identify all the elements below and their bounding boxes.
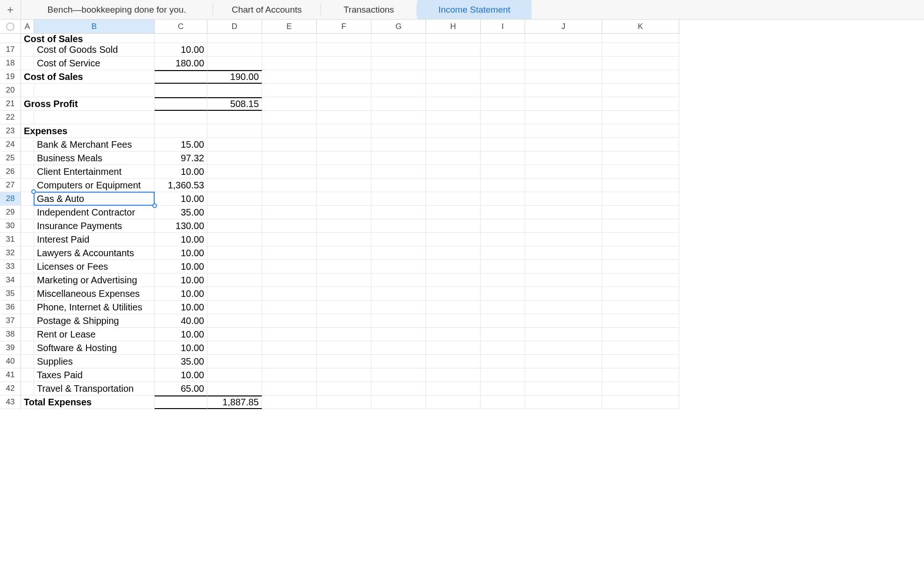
cell[interactable]: Independent Contractor — [34, 206, 155, 219]
cell[interactable] — [207, 124, 262, 138]
row-header[interactable]: 40 — [0, 355, 21, 368]
cell[interactable]: Business Meals — [34, 151, 155, 165]
sheet-tab[interactable]: Transactions — [321, 0, 417, 19]
cell[interactable] — [371, 314, 426, 328]
cell[interactable] — [21, 341, 34, 355]
cell[interactable] — [525, 97, 602, 111]
cell[interactable]: 10.00 — [155, 341, 207, 355]
cell[interactable] — [317, 246, 371, 260]
cell[interactable] — [207, 273, 262, 287]
row-header[interactable]: 38 — [0, 328, 21, 341]
cell[interactable] — [317, 57, 371, 70]
cell[interactable] — [481, 219, 525, 233]
cell[interactable] — [262, 192, 317, 206]
cell[interactable] — [262, 273, 317, 287]
cell[interactable] — [262, 260, 317, 273]
cell[interactable]: Phone, Internet & Utilities — [34, 301, 155, 314]
row-header[interactable]: 36 — [0, 301, 21, 314]
cell[interactable] — [426, 219, 481, 233]
cell[interactable] — [317, 355, 371, 368]
cell[interactable] — [21, 233, 34, 246]
cell[interactable] — [525, 341, 602, 355]
cell[interactable] — [371, 179, 426, 192]
select-all-corner[interactable] — [0, 20, 21, 34]
cell[interactable] — [525, 314, 602, 328]
cell[interactable] — [602, 328, 679, 341]
cell[interactable]: Cost of Goods Sold — [34, 43, 155, 57]
cell[interactable] — [21, 287, 34, 301]
cell[interactable] — [371, 301, 426, 314]
row-header[interactable]: 43 — [0, 396, 21, 409]
cell[interactable]: Total Expenses — [21, 396, 34, 409]
cell[interactable] — [207, 355, 262, 368]
cell[interactable] — [481, 328, 525, 341]
cell[interactable]: Marketing or Advertising — [34, 273, 155, 287]
cell[interactable] — [426, 57, 481, 70]
cell[interactable] — [207, 219, 262, 233]
cell[interactable] — [317, 396, 371, 409]
cell[interactable] — [262, 355, 317, 368]
cell[interactable] — [525, 151, 602, 165]
cell[interactable] — [317, 287, 371, 301]
cell[interactable] — [207, 165, 262, 179]
cell[interactable] — [426, 206, 481, 219]
cell[interactable]: 508.15 — [207, 97, 262, 111]
cell[interactable]: Cost of Sales — [21, 34, 34, 43]
cell[interactable] — [481, 165, 525, 179]
cell[interactable] — [262, 111, 317, 124]
cell[interactable] — [426, 138, 481, 151]
cell[interactable] — [525, 328, 602, 341]
cell[interactable] — [602, 206, 679, 219]
cell[interactable] — [21, 165, 34, 179]
cell[interactable] — [155, 34, 207, 43]
row-header[interactable]: 37 — [0, 314, 21, 328]
cell[interactable] — [207, 111, 262, 124]
cell[interactable]: Gross Profit — [21, 97, 34, 111]
cell[interactable] — [207, 192, 262, 206]
row-header[interactable]: 25 — [0, 151, 21, 165]
cell[interactable] — [21, 355, 34, 368]
cell[interactable] — [207, 151, 262, 165]
cell[interactable] — [371, 57, 426, 70]
cell[interactable]: Interest Paid — [34, 233, 155, 246]
cell[interactable] — [602, 246, 679, 260]
cell[interactable] — [602, 233, 679, 246]
cell[interactable] — [602, 341, 679, 355]
cell[interactable] — [262, 179, 317, 192]
cell[interactable] — [21, 368, 34, 382]
cell[interactable] — [371, 97, 426, 111]
cell[interactable] — [371, 124, 426, 138]
row-header[interactable]: 19 — [0, 70, 21, 84]
cell[interactable] — [525, 301, 602, 314]
cell[interactable] — [262, 246, 317, 260]
cell[interactable] — [525, 396, 602, 409]
cell[interactable] — [481, 179, 525, 192]
cell[interactable] — [525, 260, 602, 273]
cell[interactable] — [262, 301, 317, 314]
cell[interactable] — [317, 111, 371, 124]
cell[interactable] — [481, 260, 525, 273]
cell[interactable]: Gas & Auto — [34, 192, 155, 206]
cell[interactable] — [525, 368, 602, 382]
cell[interactable] — [155, 97, 207, 111]
cell[interactable] — [602, 368, 679, 382]
column-header[interactable]: C — [155, 20, 207, 34]
row-header[interactable]: 23 — [0, 124, 21, 138]
cell[interactable] — [207, 84, 262, 97]
cell[interactable] — [262, 84, 317, 97]
cell[interactable] — [371, 341, 426, 355]
cell[interactable] — [525, 165, 602, 179]
cell[interactable] — [262, 233, 317, 246]
row-header[interactable]: 34 — [0, 273, 21, 287]
cell[interactable] — [602, 57, 679, 70]
cell[interactable] — [525, 273, 602, 287]
column-header[interactable]: B — [34, 20, 155, 34]
row-header[interactable] — [0, 34, 21, 43]
cell[interactable] — [21, 314, 34, 328]
cell[interactable] — [481, 273, 525, 287]
row-header[interactable]: 31 — [0, 233, 21, 246]
cell[interactable]: 10.00 — [155, 246, 207, 260]
cell[interactable] — [371, 43, 426, 57]
cell[interactable] — [21, 382, 34, 396]
cell[interactable]: 35.00 — [155, 206, 207, 219]
